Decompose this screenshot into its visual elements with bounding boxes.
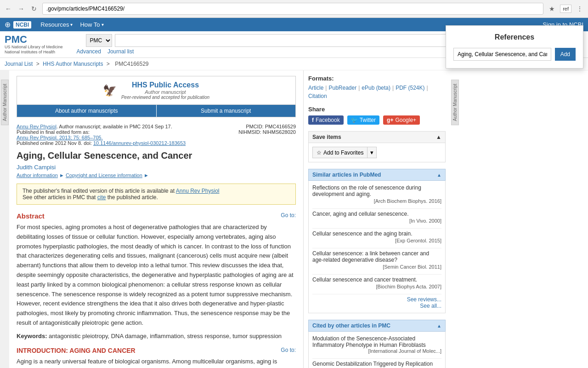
article-content: 🦅 HHS Public Access Author manuscript Pe… xyxy=(9,70,303,368)
share-title: Share xyxy=(308,106,446,113)
references-input[interactable] xyxy=(453,48,551,61)
similar-item: Cellular senescence: a link between canc… xyxy=(312,250,441,270)
hhs-banner-peer: Peer-reviewed and accepted for publicati… xyxy=(121,95,209,100)
breadcrumb-hhs[interactable]: HHS Author Manuscripts xyxy=(43,61,103,67)
save-header[interactable]: Save items ▲ xyxy=(308,131,446,143)
meta-line1: Annu Rev Physiol. Author manuscript; ava… xyxy=(17,124,186,129)
resources-link[interactable]: Resources ▾ xyxy=(40,21,73,28)
article-title: Aging, Cellular Senescence, and Cancer xyxy=(17,150,296,161)
add-favorites-dropdown[interactable]: ▾ xyxy=(368,147,377,158)
extension-label[interactable]: ref xyxy=(560,5,571,13)
meta-doi: Published online 2012 Nov 8. doi: 10.114… xyxy=(17,140,186,146)
google-icon: g+ xyxy=(387,117,393,123)
cited-articles-header[interactable]: Cited by other articles in PMC ▲ xyxy=(308,320,446,332)
author-link[interactable]: Judith Campisi xyxy=(17,164,56,171)
left-sidebar: Author Manuscript xyxy=(0,70,9,368)
cite-link[interactable]: cite xyxy=(97,194,106,201)
similar-articles-body: Reflections on the role of senescence du… xyxy=(308,181,446,313)
journal-link[interactable]: Annu Rev Physiol xyxy=(17,124,57,129)
save-section: Save items ▲ ☆ Add to Favorites ▾ xyxy=(308,131,446,162)
about-manuscripts-link[interactable]: About author manuscripts xyxy=(17,105,157,117)
add-favorites-button[interactable]: ☆ Add to Favorites xyxy=(312,147,368,158)
share-buttons: f Facebook 🐦 Twitter g+ Google+ xyxy=(308,115,446,125)
formats-links: Article | PubReader | ePub (beta) | PDF … xyxy=(308,85,446,99)
submit-manuscript-link[interactable]: Submit a manuscript xyxy=(157,105,296,117)
advanced-link[interactable]: Advanced xyxy=(77,48,101,55)
left-sidebar-tab[interactable]: Author Manuscript xyxy=(1,80,9,125)
hhs-logo-icon: 🦅 xyxy=(103,84,117,97)
pmcid: PMCID: PMC4166529 xyxy=(238,124,296,129)
similar-item: Cellular senescence and the aging brain.… xyxy=(312,230,441,243)
share-section: Share f Facebook 🐦 Twitter g+ Google+ xyxy=(308,106,446,125)
article-author: Judith Campisi xyxy=(17,164,296,171)
intro-title: INTRODUCTION: AGING AND CANCER xyxy=(17,347,296,354)
back-icon[interactable]: ← xyxy=(4,4,13,13)
intro-text1: Aging is a nearly universal feature of b… xyxy=(17,357,296,368)
references-popup-title: References xyxy=(453,33,576,41)
format-pdf[interactable]: PDF (524K) xyxy=(396,85,424,91)
journal-list-link[interactable]: Journal list xyxy=(107,48,134,55)
hhs-banner-subtitle: Author manuscript xyxy=(121,89,209,95)
facebook-share-button[interactable]: f Facebook xyxy=(308,115,344,125)
breadcrumb-journal-list[interactable]: Journal List xyxy=(5,61,33,67)
references-add-button[interactable]: Add xyxy=(555,48,576,61)
main-container: Author Manuscript 🦅 HHS Public Access Au… xyxy=(0,70,588,368)
cited-articles-body: Modulation of the Senescence-Associated … xyxy=(308,332,446,368)
see-reviews-link[interactable]: See reviews... xyxy=(407,296,441,303)
save-collapse-icon: ▲ xyxy=(436,134,441,140)
facebook-icon: f xyxy=(312,117,314,123)
twitter-icon: 🐦 xyxy=(351,117,358,123)
save-body: ☆ Add to Favorites ▾ xyxy=(308,143,446,162)
breadcrumb-pmcid: PMC4166529 xyxy=(115,61,148,67)
author-info: Author information ► Copyright and Licen… xyxy=(17,172,296,178)
cited-section: Cited by other articles in PMC ▲ Modulat… xyxy=(308,320,446,368)
similar-section: Similar articles in PubMed ▲ Reflections… xyxy=(308,169,446,313)
keywords: Keywords: antagonistic pleiotropy, DNA d… xyxy=(17,333,296,339)
browser-bar: ← → ↻ ★ ref ⋮ xyxy=(0,0,588,18)
article-meta: Annu Rev Physiol. Author manuscript; ava… xyxy=(17,124,296,146)
formats-title: Formats: xyxy=(308,75,446,82)
similar-item: Cancer, aging and cellular senescence. [… xyxy=(312,211,441,224)
references-popup-content: Add xyxy=(453,48,576,61)
intro-goto-link[interactable]: Go to: xyxy=(281,347,296,353)
meta-published: Published in final edited form as: xyxy=(17,129,186,135)
pmc-logo: PMC US National Library of Medicine Nati… xyxy=(5,34,63,55)
save-title: Save items xyxy=(312,134,341,140)
star-icon: ☆ xyxy=(317,150,322,156)
format-article[interactable]: Article xyxy=(308,85,323,91)
author-info-link[interactable]: Author information xyxy=(17,172,58,178)
doi-link[interactable]: 10.1146/annurev-physiol-030212-183653 xyxy=(93,140,186,146)
see-all-similar-link[interactable]: See all... xyxy=(420,303,441,309)
introduction-section: Go to: INTRODUCTION: AGING AND CANCER Ag… xyxy=(17,347,296,368)
google-share-button[interactable]: g+ Google+ xyxy=(383,115,420,125)
format-citation[interactable]: Citation xyxy=(308,93,327,99)
hhs-banner: 🦅 HHS Public Access Author manuscript Pe… xyxy=(17,76,296,117)
right-sidebar: Author Manuscript xyxy=(450,70,459,368)
publisher-journal-link[interactable]: Annu Rev Physiol xyxy=(176,188,220,194)
similar-articles-header[interactable]: Similar articles in PubMed ▲ xyxy=(308,169,446,181)
copyright-link[interactable]: Copyright and License information xyxy=(66,172,142,178)
bookmark-icon[interactable]: ★ xyxy=(547,4,556,13)
refresh-icon[interactable]: ↻ xyxy=(29,4,39,13)
abstract-section: Go to: Abstract For most species, aging … xyxy=(17,212,296,339)
menu-icon[interactable]: ⋮ xyxy=(575,4,584,13)
formats-section: Formats: Article | PubReader | ePub (bet… xyxy=(308,75,446,99)
right-sidebar-tab[interactable]: Author Manuscript xyxy=(451,80,459,125)
format-pubreader[interactable]: PubReader xyxy=(328,85,356,91)
format-epub[interactable]: ePub (beta) xyxy=(362,85,390,91)
goto-link[interactable]: Go to: xyxy=(281,212,296,218)
ncbi-logo[interactable]: ⊕ NCBI xyxy=(5,20,33,29)
hhs-banner-title: HHS Public Access xyxy=(121,81,209,89)
cited-item: Modulation of the Senescence-Associated … xyxy=(312,335,441,354)
forward-icon[interactable]: → xyxy=(17,4,26,13)
cited-item: Genomic Destabilization Triggered by Rep… xyxy=(312,361,441,368)
twitter-share-button[interactable]: 🐦 Twitter xyxy=(347,115,379,125)
references-popup: References Add xyxy=(446,25,583,69)
how-to-link[interactable]: How To ▾ xyxy=(80,21,103,28)
search-select[interactable]: PMC xyxy=(86,34,112,47)
full-citation-link[interactable]: Annu Rev Physiol. 2013; 75: 685–705. xyxy=(17,135,103,140)
similar-item: Cellular senescence and cancer treatment… xyxy=(312,276,441,289)
nihmsid: NIHMSID: NIHMS628020 xyxy=(238,129,296,135)
url-bar[interactable] xyxy=(42,3,543,15)
right-panel: Formats: Article | PubReader | ePub (bet… xyxy=(303,70,450,368)
